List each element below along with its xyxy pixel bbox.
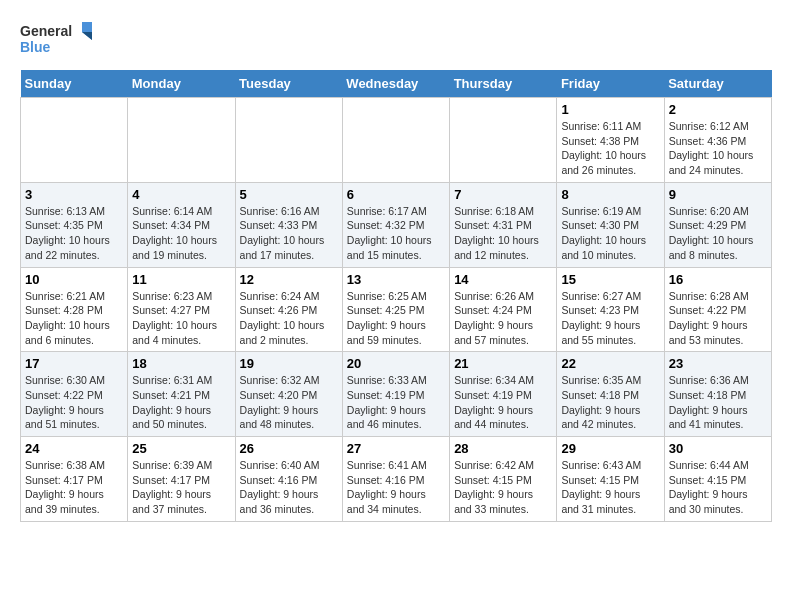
cell-info: Sunset: 4:28 PM bbox=[25, 303, 123, 318]
day-number: 29 bbox=[561, 441, 659, 456]
calendar-cell: 3Sunrise: 6:13 AMSunset: 4:35 PMDaylight… bbox=[21, 182, 128, 267]
cell-info: Sunset: 4:25 PM bbox=[347, 303, 445, 318]
day-number: 19 bbox=[240, 356, 338, 371]
cell-info: Sunrise: 6:32 AM bbox=[240, 373, 338, 388]
day-number: 11 bbox=[132, 272, 230, 287]
day-number: 28 bbox=[454, 441, 552, 456]
cell-info: Sunrise: 6:23 AM bbox=[132, 289, 230, 304]
cell-info: Sunset: 4:16 PM bbox=[347, 473, 445, 488]
cell-info: Daylight: 10 hours and 10 minutes. bbox=[561, 233, 659, 262]
logo: General Blue bbox=[20, 20, 100, 60]
cell-info: Sunset: 4:17 PM bbox=[25, 473, 123, 488]
cell-info: Sunset: 4:21 PM bbox=[132, 388, 230, 403]
cell-info: Sunrise: 6:19 AM bbox=[561, 204, 659, 219]
calendar-cell: 11Sunrise: 6:23 AMSunset: 4:27 PMDayligh… bbox=[128, 267, 235, 352]
cell-info: Sunrise: 6:12 AM bbox=[669, 119, 767, 134]
cell-info: Sunset: 4:34 PM bbox=[132, 218, 230, 233]
day-header-thursday: Thursday bbox=[450, 70, 557, 98]
day-number: 9 bbox=[669, 187, 767, 202]
calendar-cell: 30Sunrise: 6:44 AMSunset: 4:15 PMDayligh… bbox=[664, 437, 771, 522]
cell-info: Sunrise: 6:31 AM bbox=[132, 373, 230, 388]
day-number: 5 bbox=[240, 187, 338, 202]
cell-info: Sunrise: 6:21 AM bbox=[25, 289, 123, 304]
day-number: 18 bbox=[132, 356, 230, 371]
cell-info: Sunset: 4:15 PM bbox=[561, 473, 659, 488]
cell-info: Sunset: 4:35 PM bbox=[25, 218, 123, 233]
cell-info: Sunset: 4:19 PM bbox=[347, 388, 445, 403]
cell-info: Daylight: 9 hours and 34 minutes. bbox=[347, 487, 445, 516]
cell-info: Daylight: 9 hours and 53 minutes. bbox=[669, 318, 767, 347]
day-number: 7 bbox=[454, 187, 552, 202]
cell-info: Daylight: 10 hours and 22 minutes. bbox=[25, 233, 123, 262]
cell-info: Sunrise: 6:42 AM bbox=[454, 458, 552, 473]
cell-info: Sunrise: 6:39 AM bbox=[132, 458, 230, 473]
cell-info: Sunrise: 6:14 AM bbox=[132, 204, 230, 219]
day-number: 23 bbox=[669, 356, 767, 371]
calendar-cell: 17Sunrise: 6:30 AMSunset: 4:22 PMDayligh… bbox=[21, 352, 128, 437]
calendar-cell: 16Sunrise: 6:28 AMSunset: 4:22 PMDayligh… bbox=[664, 267, 771, 352]
cell-info: Daylight: 10 hours and 26 minutes. bbox=[561, 148, 659, 177]
cell-info: Sunset: 4:26 PM bbox=[240, 303, 338, 318]
cell-info: Sunrise: 6:30 AM bbox=[25, 373, 123, 388]
day-number: 15 bbox=[561, 272, 659, 287]
cell-info: Sunrise: 6:18 AM bbox=[454, 204, 552, 219]
calendar-cell: 10Sunrise: 6:21 AMSunset: 4:28 PMDayligh… bbox=[21, 267, 128, 352]
day-number: 27 bbox=[347, 441, 445, 456]
day-header-sunday: Sunday bbox=[21, 70, 128, 98]
cell-info: Daylight: 9 hours and 39 minutes. bbox=[25, 487, 123, 516]
calendar-cell: 21Sunrise: 6:34 AMSunset: 4:19 PMDayligh… bbox=[450, 352, 557, 437]
cell-info: Daylight: 10 hours and 2 minutes. bbox=[240, 318, 338, 347]
cell-info: Daylight: 9 hours and 57 minutes. bbox=[454, 318, 552, 347]
calendar-cell: 9Sunrise: 6:20 AMSunset: 4:29 PMDaylight… bbox=[664, 182, 771, 267]
cell-info: Sunrise: 6:34 AM bbox=[454, 373, 552, 388]
cell-info: Sunrise: 6:24 AM bbox=[240, 289, 338, 304]
cell-info: Daylight: 10 hours and 8 minutes. bbox=[669, 233, 767, 262]
day-header-wednesday: Wednesday bbox=[342, 70, 449, 98]
calendar-cell bbox=[128, 98, 235, 183]
page-header: General Blue bbox=[20, 20, 772, 60]
calendar-cell bbox=[342, 98, 449, 183]
calendar-table: SundayMondayTuesdayWednesdayThursdayFrid… bbox=[20, 70, 772, 522]
day-number: 12 bbox=[240, 272, 338, 287]
cell-info: Sunset: 4:29 PM bbox=[669, 218, 767, 233]
week-row-3: 10Sunrise: 6:21 AMSunset: 4:28 PMDayligh… bbox=[21, 267, 772, 352]
cell-info: Sunset: 4:20 PM bbox=[240, 388, 338, 403]
cell-info: Daylight: 9 hours and 59 minutes. bbox=[347, 318, 445, 347]
calendar-cell: 12Sunrise: 6:24 AMSunset: 4:26 PMDayligh… bbox=[235, 267, 342, 352]
day-number: 4 bbox=[132, 187, 230, 202]
calendar-cell: 28Sunrise: 6:42 AMSunset: 4:15 PMDayligh… bbox=[450, 437, 557, 522]
week-row-4: 17Sunrise: 6:30 AMSunset: 4:22 PMDayligh… bbox=[21, 352, 772, 437]
calendar-cell: 15Sunrise: 6:27 AMSunset: 4:23 PMDayligh… bbox=[557, 267, 664, 352]
week-row-2: 3Sunrise: 6:13 AMSunset: 4:35 PMDaylight… bbox=[21, 182, 772, 267]
calendar-cell: 19Sunrise: 6:32 AMSunset: 4:20 PMDayligh… bbox=[235, 352, 342, 437]
cell-info: Daylight: 9 hours and 50 minutes. bbox=[132, 403, 230, 432]
cell-info: Sunset: 4:16 PM bbox=[240, 473, 338, 488]
cell-info: Sunset: 4:18 PM bbox=[669, 388, 767, 403]
cell-info: Sunset: 4:22 PM bbox=[669, 303, 767, 318]
svg-text:General: General bbox=[20, 23, 72, 39]
cell-info: Sunrise: 6:20 AM bbox=[669, 204, 767, 219]
svg-text:Blue: Blue bbox=[20, 39, 51, 55]
cell-info: Sunrise: 6:27 AM bbox=[561, 289, 659, 304]
cell-info: Daylight: 9 hours and 55 minutes. bbox=[561, 318, 659, 347]
calendar-cell: 5Sunrise: 6:16 AMSunset: 4:33 PMDaylight… bbox=[235, 182, 342, 267]
day-number: 10 bbox=[25, 272, 123, 287]
day-header-saturday: Saturday bbox=[664, 70, 771, 98]
cell-info: Sunrise: 6:11 AM bbox=[561, 119, 659, 134]
cell-info: Sunset: 4:32 PM bbox=[347, 218, 445, 233]
cell-info: Sunrise: 6:13 AM bbox=[25, 204, 123, 219]
cell-info: Sunset: 4:27 PM bbox=[132, 303, 230, 318]
cell-info: Daylight: 10 hours and 19 minutes. bbox=[132, 233, 230, 262]
day-number: 25 bbox=[132, 441, 230, 456]
svg-marker-3 bbox=[82, 32, 92, 40]
cell-info: Daylight: 10 hours and 24 minutes. bbox=[669, 148, 767, 177]
cell-info: Sunrise: 6:41 AM bbox=[347, 458, 445, 473]
day-number: 26 bbox=[240, 441, 338, 456]
calendar-cell bbox=[450, 98, 557, 183]
day-header-tuesday: Tuesday bbox=[235, 70, 342, 98]
calendar-cell: 1Sunrise: 6:11 AMSunset: 4:38 PMDaylight… bbox=[557, 98, 664, 183]
day-number: 2 bbox=[669, 102, 767, 117]
cell-info: Sunrise: 6:43 AM bbox=[561, 458, 659, 473]
cell-info: Daylight: 9 hours and 46 minutes. bbox=[347, 403, 445, 432]
cell-info: Daylight: 9 hours and 44 minutes. bbox=[454, 403, 552, 432]
